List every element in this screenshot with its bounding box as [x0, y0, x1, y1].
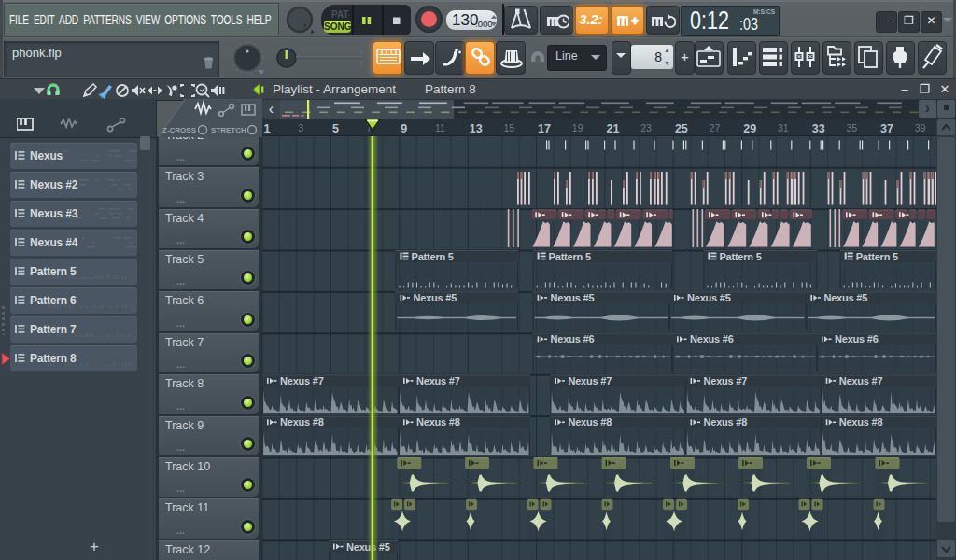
- svg-text:25: 25: [675, 122, 688, 135]
- svg-text:Nexus #8: Nexus #8: [704, 416, 748, 427]
- svg-text:Nexus #8: Nexus #8: [568, 416, 612, 427]
- svg-text:Nexus #6: Nexus #6: [690, 333, 734, 344]
- svg-text:Nexus #5: Nexus #5: [551, 292, 595, 303]
- svg-text:23: 23: [640, 122, 652, 133]
- svg-text:1: 1: [264, 122, 271, 135]
- svg-text:Nexus #7: Nexus #7: [280, 375, 324, 386]
- svg-text:STRETCH: STRETCH: [211, 126, 246, 134]
- svg-text:29: 29: [743, 122, 756, 135]
- svg-text:Pattern 5: Pattern 5: [412, 251, 454, 262]
- svg-text:Nexus #5: Nexus #5: [823, 292, 867, 303]
- svg-text:Pattern 5: Pattern 5: [549, 251, 591, 262]
- svg-text:Nexus #6: Nexus #6: [835, 333, 879, 344]
- svg-text:3: 3: [298, 122, 303, 133]
- svg-text:3.2:: 3.2:: [580, 12, 603, 27]
- svg-text:21: 21: [607, 122, 620, 135]
- svg-text:w: w: [258, 68, 264, 75]
- svg-text:39: 39: [915, 122, 926, 133]
- svg-text:Nexus #7: Nexus #7: [568, 375, 612, 386]
- svg-text:Nexus #7: Nexus #7: [704, 375, 748, 386]
- svg-text:31: 31: [778, 122, 789, 133]
- svg-text:33: 33: [812, 122, 825, 135]
- svg-text:37: 37: [880, 122, 893, 135]
- svg-text:17: 17: [538, 122, 551, 135]
- svg-text:27: 27: [710, 122, 721, 133]
- svg-text:15: 15: [503, 122, 514, 133]
- svg-text:9: 9: [401, 122, 407, 135]
- svg-text:Nexus #8: Nexus #8: [280, 416, 324, 427]
- svg-text:Z-CROSS: Z-CROSS: [162, 126, 197, 134]
- svg-text:Nexus #7: Nexus #7: [839, 375, 883, 386]
- svg-text:Nexus #5: Nexus #5: [687, 292, 731, 303]
- svg-text:19: 19: [572, 122, 583, 133]
- svg-text:Pattern 5: Pattern 5: [856, 251, 898, 262]
- svg-text:35: 35: [846, 122, 857, 133]
- svg-text:Nexus #5: Nexus #5: [414, 292, 457, 303]
- svg-text:5: 5: [332, 122, 339, 135]
- svg-text:11: 11: [435, 122, 445, 133]
- svg-text:Nexus #8: Nexus #8: [839, 416, 883, 427]
- svg-text:Pattern 5: Pattern 5: [719, 251, 761, 262]
- svg-text:13: 13: [470, 122, 483, 135]
- svg-text:Nexus #6: Nexus #6: [551, 333, 595, 344]
- svg-text:Nexus #8: Nexus #8: [416, 416, 460, 427]
- svg-text:Nexus #7: Nexus #7: [416, 375, 460, 386]
